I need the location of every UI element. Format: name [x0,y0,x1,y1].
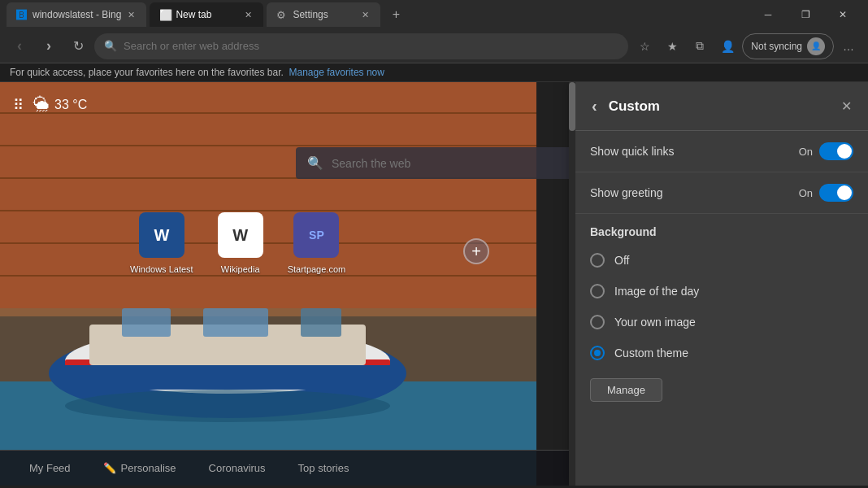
search-input[interactable] [332,157,561,170]
forward-button[interactable]: › [36,33,62,59]
tab2-close[interactable]: ✕ [243,8,254,22]
personalise-label: Personalise [121,462,176,474]
panel-title: Custom [609,98,830,115]
address-bar[interactable]: 🔍 [94,33,628,59]
top-widgets: ⠿ 🌦 33 °C [13,95,87,114]
quick-links: W Windows Latest W Wikipedia SP Startpag… [130,212,345,274]
nav-bar: ‹ › ↻ 🔍 ☆ ★ ⧉ 👤 Not syncing 👤 … [0,29,868,63]
collections-button[interactable]: ★ [659,33,685,59]
windows-latest-icon: W [139,212,184,258]
panel-close-button[interactable]: ✕ [838,95,855,117]
wikipedia-label: Wikipedia [221,264,260,274]
tab1-close[interactable]: ✕ [126,8,137,22]
svg-point-18 [65,390,390,422]
restore-button[interactable]: ❐ [787,0,824,29]
newtab-icon: ⬜ [159,9,171,20]
address-input[interactable] [124,40,618,52]
tab-new-tab[interactable]: ⬜ New tab ✕ [150,2,263,27]
add-quick-link-button[interactable]: + [463,238,489,264]
weather-icon: 🌦 [33,95,50,114]
off-label: Off [614,254,629,267]
favorites-icon[interactable]: ☆ [631,33,658,59]
panel-header: ‹ Custom ✕ [575,82,868,131]
sync-label: Not syncing [751,41,802,52]
bing-icon: 🅱 [16,9,28,20]
manage-favorites-link[interactable]: Manage favorites now [289,67,384,78]
manage-button[interactable]: Manage [590,378,662,402]
apps-grid-button[interactable]: ⠿ [13,96,24,114]
tab1-label: windowslatest - Bing [33,9,121,20]
coronavirus-label: Coronavirus [209,462,266,474]
svg-rect-1 [0,82,536,308]
tab3-close[interactable]: ✕ [360,8,371,22]
windows-latest-label: Windows Latest [130,264,193,274]
settings-tab-icon: ⚙ [276,9,288,20]
background-section-label: Background [575,214,868,245]
show-quick-links-row: Show quick links On [575,131,868,172]
tab-my-feed[interactable]: My Feed [13,457,87,479]
split-view-button[interactable]: ⧉ [687,33,713,59]
top-stories-label: Top stories [298,462,349,474]
show-greeting-label: Show greeting [590,186,799,199]
background-own-image-option[interactable]: Your own image [575,307,868,338]
avatar: 👤 [807,37,825,55]
tab3-label: Settings [293,9,328,20]
tab-windowslatest[interactable]: 🅱 windowslatest - Bing ✕ [7,2,146,27]
refresh-button[interactable]: ↻ [65,33,91,59]
my-feed-label: My Feed [29,462,71,474]
show-quick-links-value: On [799,146,813,158]
custom-theme-radio [590,346,605,360]
quick-link-windows-latest[interactable]: W Windows Latest [130,212,193,274]
panel-content: Show quick links On Show greeting On Bac… [575,131,868,486]
quick-link-startpage[interactable]: SP Startpage.com [288,212,346,274]
panel-back-button[interactable]: ‹ [588,94,601,119]
background-image-of-day-option[interactable]: Image of the day [575,276,868,307]
own-image-radio [590,315,605,329]
show-quick-links-toggle[interactable] [819,142,853,160]
show-greeting-value: On [799,187,813,199]
title-bar: 🅱 windowslatest - Bing ✕ ⬜ New tab ✕ ⚙ S… [0,0,868,29]
close-button[interactable]: ✕ [824,0,861,29]
image-of-day-label: Image of the day [614,285,699,298]
show-quick-links-label: Show quick links [590,145,799,158]
search-icon: 🔍 [104,40,117,52]
custom-theme-label: Custom theme [614,346,688,359]
tab-personalise[interactable]: ✏️ Personalise [87,457,193,479]
tab-top-stories[interactable]: Top stories [282,457,366,479]
main-content: ⠿ 🌦 33 °C ⚙ 🔍 W Windows Latest W Wikiped… [0,82,868,486]
own-image-label: Your own image [614,316,696,329]
show-greeting-toggle[interactable] [819,184,853,202]
background-off-option[interactable]: Off [575,245,868,276]
scrollbar-track [569,82,575,486]
startpage-icon: SP [293,212,339,258]
new-tab-button[interactable]: + [384,2,408,27]
search-bar-icon: 🔍 [307,155,323,171]
back-button[interactable]: ‹ [7,33,33,59]
profile-button[interactable]: 👤 [714,33,740,59]
quick-link-wikipedia[interactable]: W Wikipedia [218,212,263,274]
wikipedia-icon: W [218,212,263,258]
tab2-label: New tab [176,9,211,20]
window-controls: ─ ❐ ✕ [749,0,861,29]
weather-widget: 🌦 33 °C [33,95,87,114]
scrollbar-thumb[interactable] [569,82,575,131]
search-bar[interactable]: 🔍 [296,147,572,179]
background-svg [0,82,536,486]
image-of-day-radio [590,284,605,298]
svg-rect-13 [65,365,390,390]
custom-panel: ‹ Custom ✕ Show quick links On Show gree… [575,82,868,486]
sync-button[interactable]: Not syncing 👤 [742,33,834,59]
nav-right-buttons: ☆ ★ ⧉ 👤 Not syncing 👤 … [631,33,861,59]
svg-rect-16 [203,308,268,337]
tab-coronavirus[interactable]: Coronavirus [193,457,282,479]
weather-temp: 33 °C [54,98,87,112]
minimize-button[interactable]: ─ [749,0,787,29]
off-radio [590,253,605,268]
svg-rect-15 [122,308,171,337]
favorites-bar: For quick access, place your favorites h… [0,63,868,82]
background-custom-theme-option[interactable]: Custom theme [575,338,868,368]
menu-button[interactable]: … [835,33,861,59]
svg-rect-17 [301,308,341,337]
tab-settings[interactable]: ⚙ Settings ✕ [267,2,380,27]
show-greeting-row: Show greeting On [575,172,868,214]
